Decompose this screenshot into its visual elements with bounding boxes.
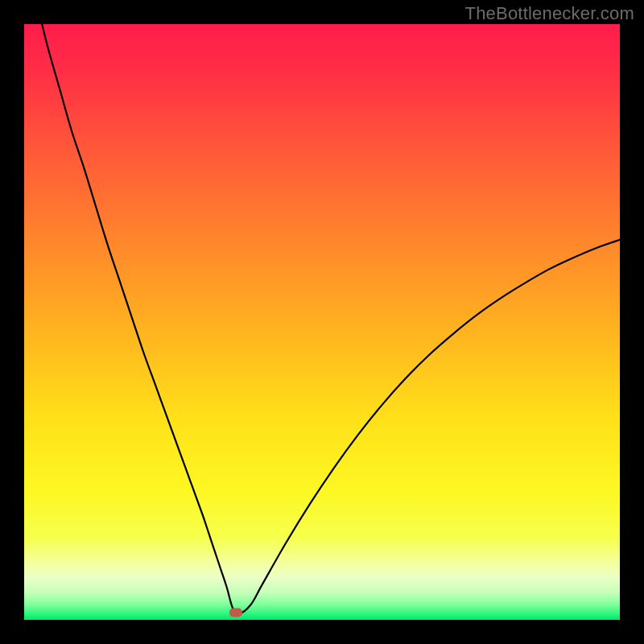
- plot-area: [24, 24, 620, 620]
- chart-frame: TheBottlenecker.com: [0, 0, 644, 644]
- bottleneck-curve: [24, 24, 620, 620]
- minimum-marker: [229, 609, 242, 617]
- watermark-text: TheBottlenecker.com: [465, 3, 634, 24]
